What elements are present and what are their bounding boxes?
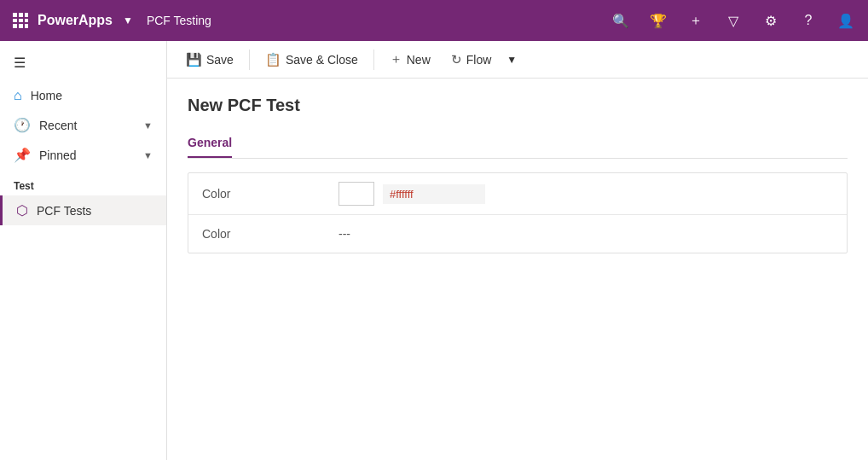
svg-rect-6	[13, 24, 17, 28]
pcf-icon: ⬡	[16, 202, 28, 218]
settings-icon[interactable]: ⚙	[759, 9, 783, 32]
save-close-icon: 📋	[265, 52, 281, 67]
flow-label: Flow	[466, 53, 492, 67]
clock-icon: 🕐	[14, 117, 31, 133]
svg-rect-4	[19, 19, 23, 22]
app-logo[interactable]: PowerApps	[38, 13, 113, 28]
color-input[interactable]	[383, 184, 485, 204]
home-icon: ⌂	[14, 88, 22, 103]
tabs: General	[188, 129, 848, 159]
sidebar: ☰ ⌂ Home 🕐 Recent ▼ 📌 Pinned ▼ Test ⬡ PC…	[0, 41, 167, 460]
toolbar-separator-2	[373, 49, 374, 70]
pinned-chevron: ▼	[143, 150, 153, 160]
help-icon[interactable]: ?	[796, 9, 820, 32]
svg-rect-1	[19, 13, 23, 17]
user-icon[interactable]: 👤	[834, 9, 858, 32]
color-swatch[interactable]	[339, 182, 374, 206]
current-app-name: PCF Testing	[147, 14, 211, 27]
color-label-2: Color	[202, 227, 339, 241]
color-value-1	[339, 182, 833, 206]
pin-icon: 📌	[14, 147, 31, 163]
sidebar-section-test: Test	[0, 170, 166, 195]
color-dash: ---	[339, 227, 350, 241]
filter-icon[interactable]: ▽	[721, 9, 745, 32]
color-value-2: ---	[339, 227, 833, 241]
svg-rect-5	[25, 19, 28, 22]
home-label: Home	[31, 89, 153, 102]
form-row-color-2: Color ---	[188, 215, 847, 253]
svg-rect-8	[25, 24, 28, 28]
sidebar-item-recent[interactable]: 🕐 Recent ▼	[0, 110, 166, 140]
logo-chevron[interactable]: ▼	[123, 15, 133, 26]
save-close-button[interactable]: 📋 Save & Close	[257, 48, 367, 72]
save-icon: 💾	[186, 52, 202, 67]
sidebar-item-pcf-tests[interactable]: ⬡ PCF Tests	[0, 195, 166, 225]
sidebar-item-home[interactable]: ⌂ Home	[0, 81, 166, 110]
flow-button[interactable]: ↻ Flow	[443, 48, 501, 72]
tab-general[interactable]: General	[188, 129, 232, 158]
top-nav: PowerApps ▼ PCF Testing 🔍 🏆 ＋ ▽ ⚙ ? 👤	[0, 0, 868, 41]
save-label: Save	[206, 53, 234, 67]
new-label: New	[407, 53, 431, 67]
pinned-label: Pinned	[39, 148, 135, 162]
hamburger-menu[interactable]: ☰	[0, 44, 166, 81]
svg-rect-3	[13, 19, 17, 22]
toolbar: 💾 Save 📋 Save & Close ＋ New ↻ Flow ▼	[167, 41, 868, 79]
recent-chevron: ▼	[143, 120, 153, 131]
form-card: Color Color ---	[188, 172, 848, 253]
svg-rect-0	[13, 13, 17, 17]
form-row-color-1: Color	[188, 173, 847, 215]
svg-rect-7	[19, 24, 23, 28]
page-title: New PCF Test	[188, 96, 848, 115]
content-area: 💾 Save 📋 Save & Close ＋ New ↻ Flow ▼ New…	[167, 41, 868, 460]
page-content: New PCF Test General Color Color	[167, 79, 868, 460]
new-plus-icon: ＋	[390, 51, 402, 67]
toolbar-separator-1	[249, 49, 250, 70]
save-close-label: Save & Close	[286, 53, 358, 67]
sidebar-item-pinned[interactable]: 📌 Pinned ▼	[0, 140, 166, 170]
search-icon[interactable]: 🔍	[609, 9, 633, 32]
top-nav-icons: 🔍 🏆 ＋ ▽ ⚙ ? 👤	[609, 9, 858, 32]
color-label-1: Color	[202, 187, 339, 201]
recent-label: Recent	[39, 119, 135, 132]
save-button[interactable]: 💾 Save	[177, 48, 242, 72]
svg-rect-2	[25, 13, 28, 17]
flow-chevron-button[interactable]: ▼	[503, 49, 520, 70]
pcf-tests-label: PCF Tests	[37, 204, 91, 218]
flow-icon: ↻	[451, 52, 462, 67]
main-layout: ☰ ⌂ Home 🕐 Recent ▼ 📌 Pinned ▼ Test ⬡ PC…	[0, 41, 868, 460]
plus-icon[interactable]: ＋	[684, 9, 708, 32]
trophy-icon[interactable]: 🏆	[646, 9, 670, 32]
grid-icon[interactable]	[10, 10, 31, 31]
new-button[interactable]: ＋ New	[381, 47, 439, 72]
